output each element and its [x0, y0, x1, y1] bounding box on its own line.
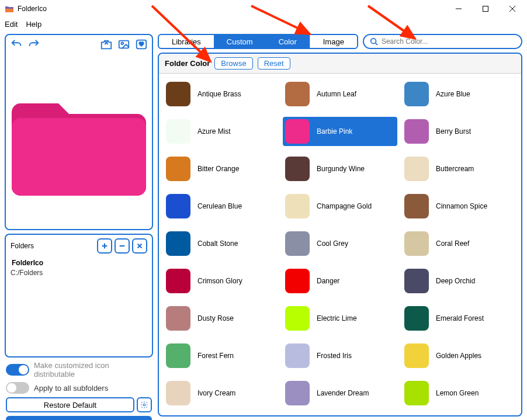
color-swatch[interactable]: Electric Lime [283, 304, 397, 333]
color-swatch[interactable]: Cerulean Blue [164, 192, 278, 221]
color-swatch[interactable]: Frosted Iris [283, 341, 397, 370]
color-swatch[interactable]: Dusty Rose [164, 304, 278, 333]
swatch-color [404, 82, 429, 106]
search-box[interactable] [363, 34, 522, 49]
swatch-color [285, 381, 310, 405]
swatch-label: Azure Mist [197, 127, 231, 136]
menu-help[interactable]: Help [26, 20, 41, 29]
image-button[interactable] [117, 37, 131, 51]
color-swatch[interactable]: Coral Reef [402, 229, 516, 258]
swatch-label: Cool Grey [317, 239, 348, 248]
tab-libraries[interactable]: Libraries [159, 35, 214, 48]
category-tabs: Libraries Custom Color Image [158, 34, 358, 49]
favorite-button[interactable] [134, 37, 148, 51]
color-swatch[interactable]: Cool Grey [283, 229, 397, 258]
app-logo-icon [5, 4, 14, 13]
swatch-label: Frosted Iris [317, 352, 352, 360]
tab-color[interactable]: Color [266, 35, 310, 48]
menu-edit[interactable]: Edit [5, 20, 18, 29]
color-swatch[interactable]: Deep Orchid [402, 266, 516, 296]
redo-button[interactable] [27, 37, 41, 51]
folder-item[interactable]: FolderIcoC:/Folders [11, 257, 147, 277]
svg-point-16 [371, 39, 376, 44]
color-swatch[interactable]: Crimson Glory [164, 266, 278, 296]
color-swatch[interactable]: Burgundy Wine [283, 154, 397, 183]
color-swatch[interactable]: Cobalt Stone [164, 229, 278, 258]
settings-button[interactable] [137, 397, 152, 412]
swatch-color [404, 269, 429, 293]
swatch-label: Champagne Gold [317, 202, 372, 210]
search-icon [370, 37, 378, 46]
swatch-color [166, 119, 190, 144]
reset-button[interactable]: Reset [258, 57, 290, 70]
remove-folder-button[interactable] [115, 238, 130, 254]
swatch-color [166, 194, 190, 218]
color-swatch[interactable]: Autumn Leaf [283, 79, 397, 109]
subfolders-row: Apply to all subfolders [6, 382, 152, 394]
folder-color-label: Folder Color [165, 59, 210, 68]
swatch-color [404, 381, 429, 405]
tab-image[interactable]: Image [310, 35, 357, 48]
color-swatch[interactable]: Lavender Dream [283, 379, 397, 408]
swatch-color [166, 381, 190, 405]
color-swatch[interactable]: Danger [283, 266, 397, 296]
change-icon-button[interactable]: Change Icon [6, 416, 152, 420]
swatch-color [404, 194, 429, 218]
color-swatch[interactable]: Berry Burst [402, 117, 516, 146]
folder-icon [12, 86, 146, 197]
folders-header-label: Folders [11, 242, 34, 250]
swatch-label: Lavender Dream [317, 389, 369, 397]
swatch-label: Barbie Pink [317, 127, 352, 136]
swatch-label: Autumn Leaf [317, 90, 356, 98]
minimize-button[interactable] [445, 0, 472, 18]
color-swatch[interactable]: Champagne Gold [283, 192, 397, 221]
menubar: Edit Help [0, 18, 527, 30]
folders-panel: Folders FolderIcoC:/Folders [5, 234, 153, 357]
color-swatch[interactable]: Buttercream [402, 154, 516, 183]
tab-custom[interactable]: Custom [214, 35, 266, 48]
maximize-button[interactable] [472, 0, 499, 18]
swatch-label: Azure Blue [436, 90, 470, 98]
svg-point-8 [121, 42, 123, 44]
search-input[interactable] [382, 37, 515, 46]
color-swatch[interactable]: Barbie Pink [283, 117, 397, 146]
swatch-color [166, 306, 190, 331]
titlebar: FolderIco [0, 0, 527, 18]
subfolders-label: Apply to all subfolders [34, 384, 108, 393]
color-swatch[interactable]: Antique Brass [164, 79, 278, 109]
browse-button[interactable]: Browse [214, 57, 252, 70]
swatch-color [166, 269, 190, 293]
color-swatch[interactable]: Emerald Forest [402, 304, 516, 333]
restore-default-button[interactable]: Restore Default [6, 397, 134, 412]
color-swatch[interactable]: Golden Apples [402, 341, 516, 370]
subfolders-toggle[interactable] [6, 382, 29, 394]
clear-folders-button[interactable] [132, 238, 147, 254]
color-swatch[interactable]: Ivory Cream [164, 379, 278, 408]
distributable-toggle[interactable] [6, 364, 29, 376]
color-swatch[interactable]: Azure Mist [164, 117, 278, 146]
swatch-color [404, 119, 429, 144]
distributable-row: Make customized icon distributable [6, 361, 152, 379]
delete-icon-button[interactable] [99, 37, 113, 51]
color-swatch[interactable]: Cinnamon Spice [402, 192, 516, 221]
swatch-color [285, 157, 310, 181]
add-folder-button[interactable] [97, 238, 112, 254]
swatch-label: Emerald Forest [436, 314, 484, 322]
swatch-label: Electric Lime [317, 314, 357, 322]
undo-button[interactable] [9, 37, 23, 51]
close-button[interactable] [499, 0, 526, 18]
color-swatch[interactable]: Forest Fern [164, 341, 278, 370]
color-swatch[interactable]: Lemon Green [402, 379, 516, 408]
color-swatch[interactable]: Azure Blue [402, 79, 516, 109]
swatch-label: Bitter Orange [197, 165, 239, 173]
swatch-label: Cinnamon Spice [436, 202, 487, 210]
distributable-label: Make customized icon distributable [34, 361, 152, 379]
svg-rect-4 [483, 6, 488, 12]
swatch-color [285, 119, 310, 144]
swatch-label: Cobalt Stone [197, 239, 238, 248]
window-title: FolderIco [18, 5, 445, 13]
swatch-color [285, 269, 310, 293]
swatch-color [404, 343, 429, 368]
swatch-color [285, 194, 310, 218]
color-swatch[interactable]: Bitter Orange [164, 154, 278, 183]
